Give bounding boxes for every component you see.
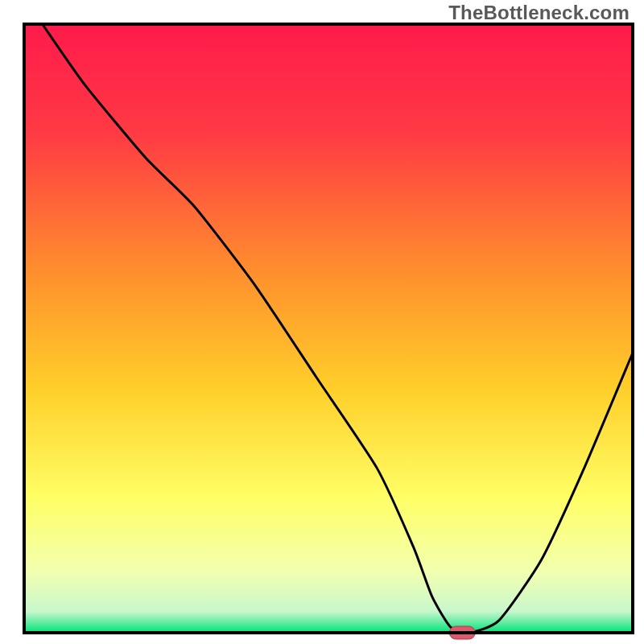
bottleneck-chart [0, 0, 644, 644]
chart-container: { "watermark": "TheBottleneck.com", "cha… [0, 0, 644, 644]
gradient-background [24, 24, 633, 633]
watermark-text: TheBottleneck.com [448, 2, 630, 24]
